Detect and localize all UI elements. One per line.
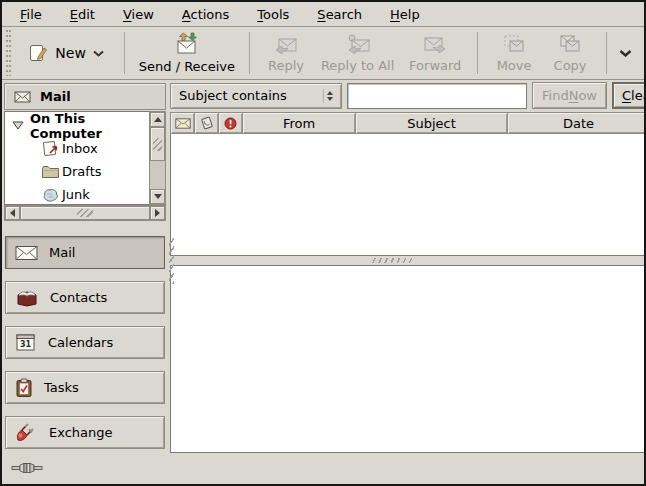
attachment-icon	[200, 116, 214, 130]
mail-icon	[15, 245, 38, 261]
switcher-calendars-button[interactable]: 31 Calendars	[5, 326, 165, 359]
column-from[interactable]: From	[242, 112, 356, 134]
inbox-icon	[41, 140, 60, 157]
reply-icon	[273, 33, 299, 55]
expander-icon[interactable]	[12, 121, 24, 130]
folder-junk[interactable]: Junk	[5, 183, 149, 205]
find-now-button[interactable]: Find Now	[532, 82, 607, 109]
evolution-window: File Edit View Actions Tools Search Help…	[0, 0, 646, 486]
menu-view[interactable]: View	[109, 4, 168, 25]
copy-button[interactable]: Copy	[542, 30, 598, 76]
mail-header-envelope-icon	[14, 91, 31, 103]
switcher-label: Mail	[49, 245, 75, 260]
toolbar-separator	[124, 32, 125, 74]
priority-icon	[224, 117, 237, 130]
folder-tree-vertical-scrollbar[interactable]	[149, 111, 166, 205]
send-receive-button[interactable]: Send / Receive	[133, 29, 241, 77]
search-filter-value: Subject contains	[179, 88, 287, 103]
search-input[interactable]	[347, 83, 527, 109]
tree-root-label: On This Computer	[30, 111, 149, 141]
copy-icon	[557, 33, 583, 55]
switcher-label: Tasks	[44, 380, 79, 395]
reply-button[interactable]: Reply	[258, 30, 314, 76]
switcher-contacts-button[interactable]: Contacts	[5, 281, 165, 314]
move-icon	[501, 33, 527, 55]
send-receive-icon	[174, 32, 200, 56]
dropdown-arrows-icon	[323, 89, 336, 103]
menu-tools[interactable]: Tools	[243, 4, 303, 25]
copy-label: Copy	[554, 58, 587, 73]
main-area: Mail On This Computer	[2, 80, 644, 453]
calendar-icon: 31	[15, 333, 37, 352]
toolbar-overflow-button[interactable]	[615, 45, 636, 61]
scrollbar-down-button[interactable]	[150, 189, 165, 204]
folder-label: Junk	[62, 187, 90, 202]
chevron-down-icon	[619, 49, 632, 57]
menu-edit[interactable]: Edit	[56, 4, 109, 25]
status-bar	[2, 453, 644, 482]
exchange-plug-icon	[15, 423, 38, 443]
move-button[interactable]: Move	[486, 30, 542, 76]
send-receive-label: Send / Receive	[139, 59, 235, 74]
message-list-header: From Subject Date	[170, 112, 646, 134]
scrollbar-up-button[interactable]	[150, 112, 165, 127]
switcher-exchange-button[interactable]: Exchange	[5, 416, 165, 449]
scrollbar-track[interactable]	[150, 161, 165, 189]
reply-to-all-button[interactable]: Reply to All	[314, 30, 401, 76]
switcher-label: Exchange	[49, 425, 113, 440]
message-list: From Subject Date	[170, 112, 646, 256]
folder-tree-horizontal-scrollbar[interactable]	[4, 205, 166, 221]
search-bar: Subject contains Find Now Clear	[170, 82, 646, 112]
sidebar-header-label: Mail	[40, 89, 71, 104]
folder-tree: On This Computer Inbox	[4, 111, 149, 205]
contacts-icon	[15, 289, 39, 307]
menu-help[interactable]: Help	[376, 4, 434, 25]
scrollbar-left-button[interactable]	[5, 206, 20, 220]
column-subject[interactable]: Subject	[355, 112, 508, 134]
reply-to-all-label: Reply to All	[321, 58, 394, 73]
reply-to-all-icon	[345, 33, 371, 55]
splitter-grip[interactable]	[370, 258, 414, 263]
new-button[interactable]: New	[16, 35, 116, 71]
tasks-icon	[15, 378, 33, 398]
sidebar-section-header: Mail	[4, 83, 166, 110]
column-message-status[interactable]	[170, 112, 195, 134]
clear-button[interactable]: Clear	[612, 82, 646, 109]
menu-bar: File Edit View Actions Tools Search Help	[2, 2, 644, 27]
compose-icon	[28, 43, 48, 63]
column-date[interactable]: Date	[507, 112, 646, 134]
switcher-tasks-button[interactable]: Tasks	[5, 371, 165, 404]
folder-icon	[41, 164, 60, 180]
column-priority[interactable]	[218, 112, 243, 134]
new-button-label: New	[55, 45, 86, 61]
toolbar-drag-handle[interactable]	[5, 30, 12, 76]
folder-label: Inbox	[62, 141, 98, 156]
folder-label: Drafts	[62, 164, 102, 179]
online-status-plug-icon[interactable]	[11, 462, 43, 474]
message-list-body[interactable]	[170, 134, 646, 256]
preview-body[interactable]	[170, 265, 646, 453]
component-switcher: Mail Contacts	[4, 236, 166, 449]
chevron-down-icon	[93, 50, 104, 57]
forward-label: Forward	[409, 58, 461, 73]
menu-file[interactable]: File	[6, 4, 56, 25]
folder-drafts[interactable]: Drafts	[5, 160, 149, 183]
scrollbar-thumb[interactable]	[20, 206, 150, 220]
move-label: Move	[497, 58, 532, 73]
mail-panel: Subject contains Find Now Clear	[168, 80, 646, 453]
menu-actions[interactable]: Actions	[168, 4, 244, 25]
tree-root-on-this-computer[interactable]: On This Computer	[5, 114, 149, 137]
switcher-mail-button[interactable]: Mail	[5, 236, 165, 269]
forward-button[interactable]: Forward	[401, 30, 469, 76]
switcher-label: Contacts	[50, 290, 107, 305]
column-attachment[interactable]	[194, 112, 219, 134]
preview-pane	[170, 265, 646, 453]
toolbar-separator	[606, 32, 607, 74]
menu-search[interactable]: Search	[303, 4, 376, 25]
scrollbar-right-button[interactable]	[150, 206, 165, 220]
search-filter-dropdown[interactable]: Subject contains	[170, 83, 342, 109]
toolbar: New Send / Receive	[2, 27, 644, 80]
sidebar: Mail On This Computer	[2, 80, 168, 453]
scrollbar-thumb[interactable]	[150, 127, 165, 161]
preview-splitter[interactable]	[170, 256, 646, 265]
